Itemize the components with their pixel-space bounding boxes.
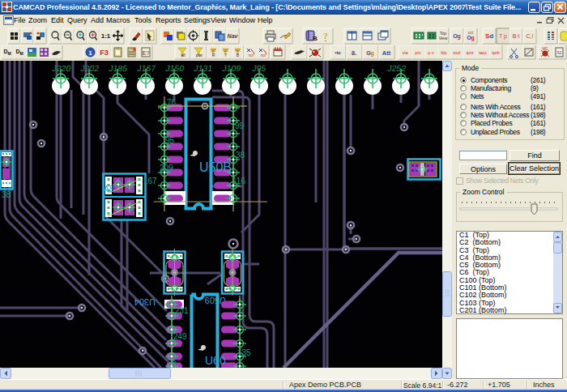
svg-text:via: via [402,50,408,55]
svg-text:249: 249 [173,332,187,341]
svg-text:B: B [313,35,318,42]
svg-text:Og: Og [467,35,475,41]
svg-text:Gg: Gg [366,50,374,57]
svg-text:J95: J95 [252,63,267,73]
svg-text:nor: nor [261,53,266,58]
svg-text:E?: E? [143,50,150,56]
svg-text:J220: J220 [52,63,72,73]
svg-text:nor: nor [249,53,254,58]
svg-text:plar: plar [196,53,203,58]
svg-text:95: 95 [165,136,175,145]
svg-text:F3: F3 [100,49,109,57]
svg-text:1:1: 1:1 [101,32,111,40]
svg-text:tacc: tacc [479,50,487,55]
svg-text:U304: U304 [134,297,156,307]
svg-text:J252: J252 [387,63,407,73]
svg-text:76: 76 [167,98,177,107]
svg-text:tprb: tprb [492,50,499,55]
svg-text:3: 3 [172,360,177,368]
svg-text:R: R [212,53,215,58]
svg-text:Sd: Sd [485,32,493,40]
svg-text:J109: J109 [222,63,242,73]
svg-text:A8: A8 [104,185,114,194]
svg-text:1: 1 [88,49,92,57]
svg-text:J150: J150 [165,63,185,73]
svg-text:tpnt: tpnt [466,50,474,55]
svg-text:116: 116 [232,177,245,185]
svg-text:J202: J202 [80,63,100,73]
svg-text:231: 231 [175,306,189,315]
svg-text:167: 167 [143,177,157,185]
svg-text:U50B: U50B [199,160,232,174]
svg-text:38: 38 [2,190,11,199]
svg-text:U60: U60 [205,354,226,367]
svg-text:8.: 8. [352,49,357,57]
svg-text:209: 209 [160,164,173,173]
svg-text:p c: p c [428,50,434,55]
svg-text:T p: T p [499,33,507,40]
svg-text:View: View [439,36,448,40]
svg-text:Att: Att [382,49,391,57]
svg-text:all: all [181,53,185,58]
svg-text:J185: J185 [109,63,129,73]
svg-text:MG: MG [542,47,548,51]
svg-text:fdc: fdc [441,50,447,55]
svg-text:B t: B t [513,33,520,39]
svg-text:52: 52 [557,50,562,55]
svg-text:38: 38 [236,151,245,160]
svg-text:J167: J167 [137,63,157,73]
svg-text:Nav: Nav [228,33,239,39]
svg-text:C,!: C,! [526,33,534,39]
svg-text:tool: tool [454,50,461,55]
svg-text:J131: J131 [194,63,214,73]
svg-text:?: ? [323,31,328,40]
svg-text:135: 135 [237,348,251,357]
svg-text:•tc: •tc [335,50,341,55]
svg-text:99: 99 [235,121,245,130]
svg-text:pin: pin [415,50,420,55]
svg-text:Og: Og [453,33,461,40]
